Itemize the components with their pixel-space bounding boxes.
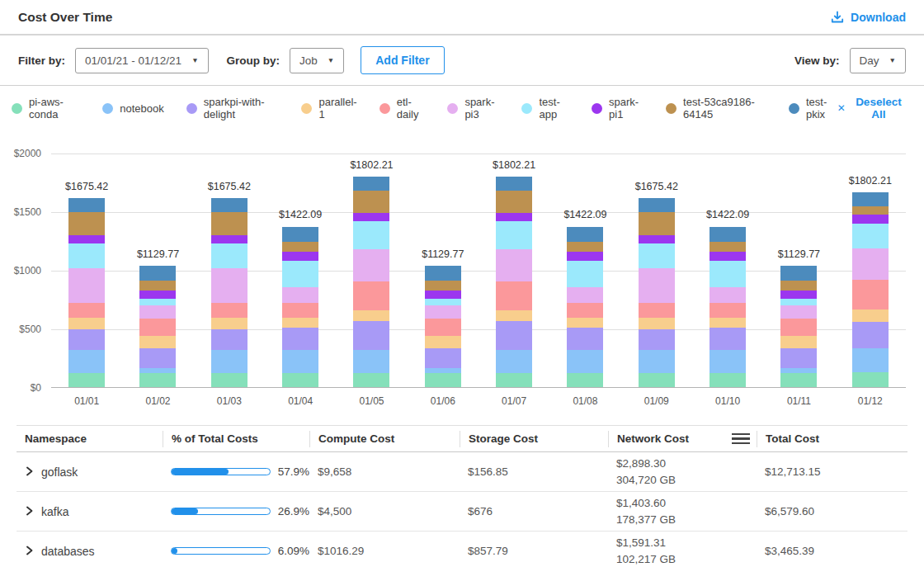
bar-segment[interactable] bbox=[282, 227, 318, 242]
bar-segment[interactable] bbox=[639, 303, 675, 318]
bar-segment[interactable] bbox=[852, 322, 889, 348]
bar-segment[interactable] bbox=[211, 198, 248, 212]
bar-segment[interactable] bbox=[282, 328, 318, 350]
col-header-storage[interactable]: Storage Cost bbox=[460, 431, 608, 447]
bar-segment[interactable] bbox=[139, 336, 176, 348]
col-header-namespace[interactable]: Namespace bbox=[16, 431, 163, 447]
bar-segment[interactable] bbox=[780, 336, 817, 348]
menu-icon[interactable] bbox=[732, 433, 750, 445]
legend-item[interactable]: parallel-1 bbox=[301, 96, 356, 120]
download-button[interactable]: Download bbox=[831, 11, 906, 24]
bar-segment[interactable] bbox=[567, 261, 603, 287]
add-filter-button[interactable]: Add Filter bbox=[361, 46, 444, 74]
bar-segment[interactable] bbox=[353, 281, 389, 310]
bar-segment[interactable] bbox=[639, 212, 675, 235]
bar-segment[interactable] bbox=[68, 243, 105, 268]
stacked-bar[interactable] bbox=[68, 198, 105, 387]
bar-segment[interactable] bbox=[639, 198, 675, 212]
bar-segment[interactable] bbox=[68, 373, 105, 387]
stacked-bar[interactable] bbox=[211, 198, 248, 387]
bar-segment[interactable] bbox=[567, 373, 603, 387]
bar-segment[interactable] bbox=[852, 206, 889, 215]
bar-segment[interactable] bbox=[496, 373, 532, 387]
stacked-bar[interactable] bbox=[425, 266, 461, 387]
legend-item[interactable]: etl-daily bbox=[380, 96, 426, 120]
bar-segment[interactable] bbox=[425, 305, 461, 319]
bar-segment[interactable] bbox=[211, 373, 248, 387]
legend-item[interactable]: pi-aws-conda bbox=[12, 96, 80, 120]
bar-segment[interactable] bbox=[567, 350, 603, 373]
bar-segment[interactable] bbox=[211, 235, 248, 243]
stacked-bar[interactable] bbox=[282, 227, 318, 387]
bar-segment[interactable] bbox=[710, 252, 746, 261]
namespace-cell[interactable]: kafka bbox=[16, 505, 163, 518]
bar-segment[interactable] bbox=[139, 299, 176, 305]
bar-segment[interactable] bbox=[496, 310, 532, 321]
bar-segment[interactable] bbox=[496, 281, 532, 310]
bar-segment[interactable] bbox=[353, 221, 389, 248]
bar-segment[interactable] bbox=[639, 329, 675, 350]
bar-segment[interactable] bbox=[780, 373, 817, 387]
bar-segment[interactable] bbox=[353, 373, 389, 387]
bar-segment[interactable] bbox=[496, 249, 532, 281]
stacked-bar[interactable] bbox=[780, 266, 817, 387]
col-header-compute[interactable]: Compute Cost bbox=[309, 431, 460, 447]
bar-segment[interactable] bbox=[639, 243, 675, 268]
bar-segment[interactable] bbox=[139, 373, 176, 387]
deselect-all-button[interactable]: ✕ Deselect All bbox=[837, 96, 906, 120]
bar-segment[interactable] bbox=[353, 321, 389, 350]
col-header-total[interactable]: Total Cost bbox=[757, 431, 908, 447]
bar-segment[interactable] bbox=[139, 305, 176, 319]
bar-segment[interactable] bbox=[425, 348, 461, 368]
stacked-bar[interactable] bbox=[852, 192, 889, 387]
bar-segment[interactable] bbox=[353, 177, 389, 191]
bar-segment[interactable] bbox=[710, 227, 746, 242]
bar-segment[interactable] bbox=[639, 318, 675, 330]
bar-segment[interactable] bbox=[211, 329, 248, 350]
bar-segment[interactable] bbox=[567, 303, 603, 318]
legend-item[interactable]: notebook bbox=[102, 102, 164, 115]
row-expander-icon[interactable] bbox=[25, 505, 34, 518]
bar-segment[interactable] bbox=[710, 373, 746, 387]
bar-segment[interactable] bbox=[852, 348, 889, 371]
bar-segment[interactable] bbox=[780, 299, 817, 305]
bar-segment[interactable] bbox=[496, 350, 532, 373]
bar-segment[interactable] bbox=[496, 321, 532, 350]
bar-segment[interactable] bbox=[282, 287, 318, 303]
bar-segment[interactable] bbox=[425, 281, 461, 291]
bar-segment[interactable] bbox=[567, 328, 603, 350]
bar-segment[interactable] bbox=[567, 318, 603, 328]
view-by-dropdown[interactable]: Day ▼ bbox=[850, 48, 906, 73]
bar-segment[interactable] bbox=[425, 291, 461, 299]
col-header-network[interactable]: Network Cost bbox=[608, 431, 757, 447]
legend-item[interactable]: test-app bbox=[521, 96, 569, 120]
bar-segment[interactable] bbox=[68, 212, 105, 235]
date-range-dropdown[interactable]: 01/01/21 - 01/12/21 ▼ bbox=[75, 48, 209, 73]
legend-item[interactable]: spark-pi3 bbox=[447, 96, 499, 120]
bar-segment[interactable] bbox=[353, 213, 389, 222]
bar-segment[interactable] bbox=[282, 252, 318, 261]
bar-segment[interactable] bbox=[211, 243, 248, 268]
bar-segment[interactable] bbox=[710, 303, 746, 318]
bar-segment[interactable] bbox=[496, 213, 532, 222]
bar-segment[interactable] bbox=[353, 191, 389, 213]
bar-segment[interactable] bbox=[68, 198, 105, 212]
bar-segment[interactable] bbox=[425, 373, 461, 387]
col-header-percent[interactable]: % of Total Costs bbox=[163, 431, 309, 447]
bar-segment[interactable] bbox=[139, 266, 176, 281]
bar-segment[interactable] bbox=[852, 309, 889, 322]
bar-segment[interactable] bbox=[68, 235, 105, 243]
bar-segment[interactable] bbox=[780, 348, 817, 368]
bar-segment[interactable] bbox=[68, 350, 105, 373]
bar-segment[interactable] bbox=[639, 373, 675, 387]
bar-segment[interactable] bbox=[852, 372, 889, 388]
bar-segment[interactable] bbox=[353, 350, 389, 373]
legend-item[interactable]: test-53ca9186-64145 bbox=[666, 96, 766, 120]
bar-segment[interactable] bbox=[639, 235, 675, 243]
row-expander-icon[interactable] bbox=[25, 545, 34, 558]
bar-segment[interactable] bbox=[211, 212, 248, 235]
bar-segment[interactable] bbox=[496, 177, 532, 191]
bar-segment[interactable] bbox=[68, 268, 105, 303]
bar-segment[interactable] bbox=[425, 336, 461, 348]
bar-segment[interactable] bbox=[68, 303, 105, 318]
